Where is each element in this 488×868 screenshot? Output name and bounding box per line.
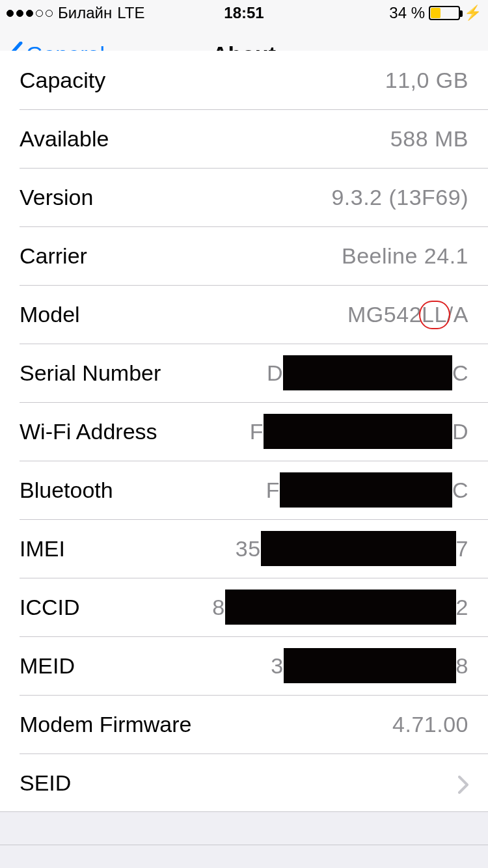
battery-icon — [429, 6, 460, 20]
value-suffix: 8 — [456, 653, 468, 679]
row-iccid[interactable]: ICCID 8 2 — [0, 578, 488, 636]
redaction-block — [283, 355, 452, 390]
value-prefix: F — [250, 419, 264, 444]
row-label: Modem Firmware — [20, 712, 191, 737]
value-suffix: D — [452, 419, 468, 444]
row-label: SEID — [20, 770, 71, 796]
section-footer — [0, 845, 488, 868]
row-label: Bluetooth — [20, 478, 113, 503]
value-prefix: 35 — [236, 536, 261, 562]
row-model[interactable]: Model MG542LL/A — [0, 285, 488, 344]
row-available[interactable]: Available 588 MB — [0, 109, 488, 168]
value-suffix: 7 — [456, 536, 468, 562]
value-suffix: 2 — [456, 595, 468, 620]
charging-icon: ⚡ — [464, 5, 481, 21]
row-wifi-address[interactable]: Wi-Fi Address F D — [0, 402, 488, 461]
signal-strength-icon — [7, 10, 53, 17]
row-label: Model — [20, 302, 80, 327]
row-value: MG542LL/A — [347, 302, 468, 327]
value-prefix: 8 — [212, 595, 224, 620]
row-label: Available — [20, 126, 109, 152]
row-meid[interactable]: MEID 3 8 — [0, 636, 488, 695]
status-bar: Билайн LTE 18:51 34 % ⚡ — [0, 0, 488, 26]
status-left: Билайн LTE — [7, 4, 144, 22]
row-value: 4.71.00 — [392, 712, 468, 737]
value-prefix: F — [266, 478, 280, 503]
about-list: Capacity 11,0 GB Available 588 MB Versio… — [0, 51, 488, 812]
row-version[interactable]: Version 9.3.2 (13F69) — [0, 168, 488, 226]
row-value: Beeline 24.1 — [342, 243, 468, 269]
redaction-block — [264, 414, 452, 449]
value-prefix: D — [267, 360, 283, 386]
row-bluetooth[interactable]: Bluetooth F C — [0, 461, 488, 519]
row-label: Serial Number — [20, 360, 161, 386]
value-suffix: C — [452, 360, 468, 386]
row-seid[interactable]: SEID — [0, 753, 488, 812]
row-label: Version — [20, 185, 93, 210]
row-label: IMEI — [20, 536, 65, 562]
row-label: Wi-Fi Address — [20, 419, 157, 444]
row-value: 588 MB — [390, 126, 468, 152]
row-serial-number[interactable]: Serial Number D C — [0, 344, 488, 402]
row-carrier[interactable]: Carrier Beeline 24.1 — [0, 226, 488, 285]
row-imei[interactable]: IMEI 35 7 — [0, 519, 488, 578]
row-label: ICCID — [20, 595, 80, 620]
row-value: 11,0 GB — [385, 68, 468, 93]
redaction-block — [225, 590, 456, 625]
redaction-block — [280, 472, 452, 508]
status-time: 18:51 — [224, 4, 264, 22]
chevron-right-icon — [458, 774, 468, 792]
row-modem-firmware[interactable]: Modem Firmware 4.71.00 — [0, 695, 488, 753]
status-network: LTE — [117, 4, 144, 22]
redaction-block — [284, 648, 456, 683]
value-suffix: C — [452, 478, 468, 503]
row-label: MEID — [20, 653, 75, 679]
row-label: Carrier — [20, 243, 87, 269]
redaction-block — [261, 531, 456, 566]
row-value: 9.3.2 (13F69) — [331, 185, 468, 210]
status-carrier: Билайн — [58, 4, 112, 22]
value-prefix: 3 — [271, 653, 283, 679]
row-capacity[interactable]: Capacity 11,0 GB — [0, 51, 488, 109]
row-label: Capacity — [20, 68, 105, 93]
battery-percent: 34 % — [389, 4, 425, 22]
status-right: 34 % ⚡ — [389, 4, 481, 22]
